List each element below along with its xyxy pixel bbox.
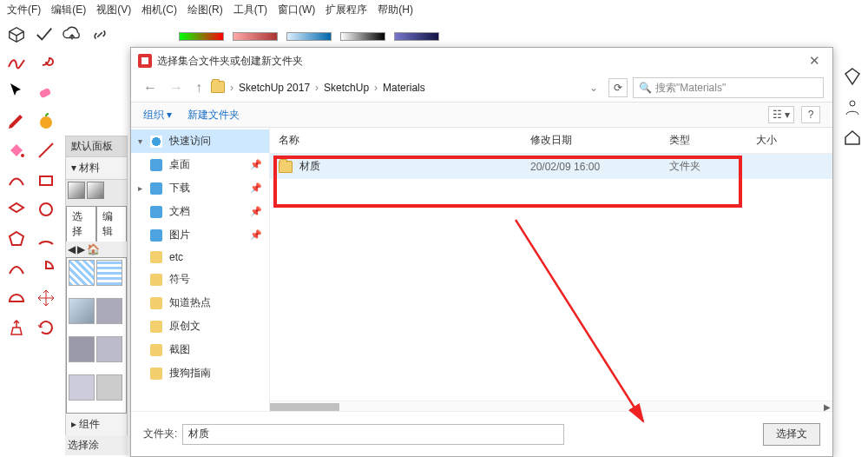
select-folder-button[interactable]: 选择文 <box>763 423 820 446</box>
breadcrumb-seg[interactable]: SketchUp <box>324 82 369 94</box>
file-name: 材质 <box>299 159 320 174</box>
default-panel: 默认面板 ▾ 材料 选择 编辑 ◀ ▶ 🏠 ▸ 组件 <box>65 136 128 437</box>
tab-edit[interactable]: 编辑 <box>96 206 127 242</box>
bucket-tool[interactable] <box>3 137 30 163</box>
eraser-tool[interactable] <box>33 78 59 104</box>
home-icon[interactable]: 🏠 <box>87 243 100 255</box>
arc2-tool[interactable] <box>3 255 30 281</box>
house-icon[interactable] <box>842 127 863 150</box>
svg-point-5 <box>40 203 52 215</box>
list-body: 材质 20/02/09 16:00 文件夹 <box>270 154 832 401</box>
poly-tool[interactable] <box>3 226 30 252</box>
nav-fwd[interactable]: → <box>166 80 187 96</box>
gradient-swatch[interactable] <box>340 32 385 41</box>
pushpull-tool[interactable] <box>3 315 30 341</box>
sidebar-item[interactable]: 符号 <box>131 268 269 291</box>
freehand-tool[interactable] <box>3 167 30 193</box>
gradient-swatch[interactable] <box>286 32 332 41</box>
sidebar-item[interactable]: ▸下载📌 <box>131 176 269 200</box>
semi-tool[interactable] <box>3 285 30 311</box>
menu-ext[interactable]: 扩展程序 <box>326 3 367 17</box>
sidebar-item[interactable]: etc <box>131 247 269 268</box>
panel-materials[interactable]: ▾ 材料 <box>66 157 127 180</box>
menu-help[interactable]: 帮助(H) <box>378 3 413 17</box>
nav-up[interactable]: ↑ <box>192 80 206 96</box>
refresh-button[interactable]: ⟳ <box>608 78 628 97</box>
sidebar-item[interactable]: 搜狗指南 <box>131 361 269 385</box>
col-size[interactable]: 大小 <box>747 131 832 149</box>
swatch[interactable] <box>87 182 104 199</box>
material-thumb[interactable] <box>96 336 122 362</box>
gradient-swatch[interactable] <box>394 32 439 41</box>
sidebar-item[interactable]: 图片📌 <box>131 223 269 247</box>
check-icon[interactable] <box>35 25 54 47</box>
search-placeholder: 搜索"Materials" <box>655 81 726 96</box>
rect-tool[interactable] <box>33 167 59 193</box>
list-header: 名称 修改日期 类型 大小 <box>270 128 832 154</box>
pie-tool[interactable] <box>33 255 59 281</box>
search-input[interactable]: 🔍 搜索"Materials" <box>633 77 824 98</box>
move-tool[interactable] <box>33 285 59 311</box>
view-mode-button[interactable]: ☷ ▾ <box>768 106 794 123</box>
material-thumb[interactable] <box>69 336 95 362</box>
file-date: 20/02/09 16:00 <box>522 159 661 175</box>
material-thumb[interactable] <box>69 374 95 401</box>
panel-components[interactable]: ▸ 组件 <box>66 414 127 436</box>
sidebar-item[interactable]: ▾快速访问 <box>131 129 269 153</box>
arc-tool[interactable] <box>33 226 59 252</box>
menu-window[interactable]: 窗口(W) <box>278 3 315 17</box>
help-button[interactable]: ? <box>801 106 820 123</box>
close-button[interactable]: ✕ <box>804 53 825 69</box>
right-tool-palette <box>838 66 866 150</box>
organize-menu[interactable]: 组织 ▾ <box>143 108 172 123</box>
menu-view[interactable]: 视图(V) <box>96 3 131 17</box>
menu-draw[interactable]: 绘图(R) <box>187 3 223 17</box>
material-thumb[interactable] <box>69 298 95 324</box>
rotate-tool[interactable] <box>33 315 59 341</box>
sidebar-item[interactable]: 桌面📌 <box>131 153 269 176</box>
material-thumb[interactable] <box>69 260 95 286</box>
scribble-tool[interactable] <box>3 49 30 75</box>
diamond-icon[interactable] <box>842 66 863 89</box>
swatch[interactable] <box>68 182 85 199</box>
nav-back[interactable]: ← <box>140 80 161 96</box>
material-thumb[interactable] <box>96 260 122 286</box>
folder-label: 文件夹: <box>143 427 182 441</box>
iso-rect-tool[interactable] <box>3 196 30 222</box>
back-icon[interactable]: ◀ <box>68 243 76 255</box>
sidebar-item[interactable]: 原创文 <box>131 315 269 338</box>
sidebar-item[interactable]: 知道热点 <box>131 291 269 315</box>
cloud-icon[interactable] <box>62 25 82 47</box>
col-date[interactable]: 修改日期 <box>522 131 661 149</box>
circle-tool[interactable] <box>33 196 59 222</box>
col-type[interactable]: 类型 <box>661 131 747 149</box>
tab-select[interactable]: 选择 <box>66 206 96 242</box>
spiral-tool[interactable] <box>33 49 59 75</box>
menu-file[interactable]: 文件(F) <box>7 3 41 17</box>
sidebar-item[interactable]: 截图 <box>131 338 269 361</box>
new-folder-button[interactable]: 新建文件夹 <box>187 108 240 123</box>
gradient-swatch[interactable] <box>233 32 278 41</box>
breadcrumb-seg[interactable]: Materials <box>383 82 425 94</box>
col-name[interactable]: 名称 <box>270 131 522 149</box>
menu-tools[interactable]: 工具(T) <box>233 3 267 17</box>
pencil-tool[interactable] <box>3 108 30 134</box>
svg-point-1 <box>40 116 52 129</box>
file-row[interactable]: 材质 20/02/09 16:00 文件夹 <box>270 154 832 179</box>
fwd-icon[interactable]: ▶ <box>77 243 85 255</box>
svg-marker-6 <box>10 232 23 245</box>
breadcrumb-seg[interactable]: SketchUp 2017 <box>239 82 310 94</box>
menu-camera[interactable]: 相机(C) <box>141 3 177 17</box>
folder-input[interactable] <box>182 424 564 445</box>
cursor-tool[interactable] <box>3 78 30 104</box>
person-icon[interactable] <box>842 96 863 120</box>
line-tool[interactable] <box>33 137 59 163</box>
gradient-swatch[interactable] <box>179 32 224 41</box>
sidebar-item[interactable]: 文档📌 <box>131 200 269 223</box>
material-thumb[interactable] <box>96 374 122 401</box>
tangerine-icon[interactable] <box>33 108 59 134</box>
material-thumb[interactable] <box>96 298 122 324</box>
link-icon[interactable] <box>90 25 109 47</box>
box-icon[interactable] <box>7 25 26 47</box>
menu-edit[interactable]: 编辑(E) <box>51 3 86 17</box>
